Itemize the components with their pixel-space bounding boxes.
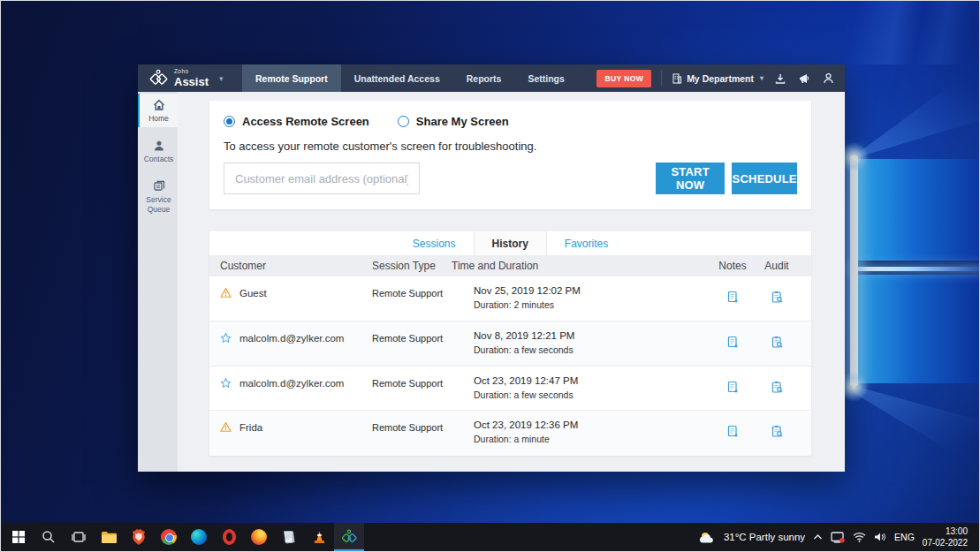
opera-browser-button[interactable] (214, 523, 244, 551)
clock-date: 07-02-2022 (923, 537, 968, 549)
nav-tab-reports[interactable]: Reports (453, 64, 515, 92)
start-button[interactable] (4, 523, 34, 551)
session-type: Remote Support (372, 321, 452, 366)
column-audit: Audit (757, 260, 796, 272)
sidebar-item-label: Service Queue (141, 195, 177, 213)
wifi-icon[interactable] (853, 532, 866, 542)
audit-icon[interactable] (771, 381, 784, 394)
chrome-icon (161, 529, 177, 545)
file-explorer-button[interactable] (94, 523, 124, 551)
brave-browser-button[interactable] (124, 523, 154, 551)
start-now-button[interactable]: START NOW (656, 163, 725, 194)
file-explorer-icon (101, 530, 118, 544)
session-type: Remote Support (372, 367, 452, 411)
notes-icon[interactable] (726, 336, 740, 349)
warning-icon (220, 421, 232, 433)
firefox-icon (251, 529, 267, 545)
radio-share-my-screen[interactable]: Share My Screen (398, 115, 509, 128)
tab-sessions[interactable]: Sessions (395, 231, 474, 255)
audit-icon[interactable] (771, 336, 784, 349)
zoho-assist-taskbar-button[interactable] (334, 523, 364, 551)
vlc-player-button[interactable] (304, 523, 334, 551)
customer-email-input[interactable] (224, 163, 420, 194)
column-session-type: Session Type (372, 260, 452, 272)
brand[interactable]: Zoho Assist ▾ (138, 64, 242, 92)
service-queue-icon (153, 180, 165, 193)
language-indicator[interactable]: ENG (894, 532, 915, 542)
sidebar-item-service-queue[interactable]: Service Queue (138, 175, 178, 217)
nav-tab-unattended-access[interactable]: Unattended Access (341, 64, 453, 92)
notepad-button[interactable] (274, 523, 304, 551)
notes-icon[interactable] (726, 291, 740, 304)
system-tray: 31°C Partly sunny ENG 13:00 07-02-2022 (699, 526, 976, 549)
taskbar-clock[interactable]: 13:00 07-02-2022 (923, 526, 968, 549)
brand-assist: Assist (174, 76, 209, 87)
wallpaper-divider-gap (858, 271, 980, 275)
tab-favorites[interactable]: Favorites (547, 231, 626, 255)
wallpaper-light-streaks (823, 1, 980, 64)
tab-history[interactable]: History (474, 231, 547, 255)
notes-icon[interactable] (726, 381, 740, 394)
table-row[interactable]: Guest Remote Support Nov 25, 2019 12:02 … (209, 276, 811, 321)
column-time-duration: Time and Duration (452, 260, 708, 272)
radio-access-remote-screen[interactable]: Access Remote Screen (224, 115, 369, 128)
wallpaper-window-frame (850, 155, 858, 386)
brave-icon (132, 529, 146, 545)
download-icon[interactable] (773, 72, 787, 86)
home-icon (153, 99, 165, 111)
windows-start-icon (11, 530, 26, 544)
radio-selected-icon[interactable] (224, 116, 235, 127)
session-mode-radios: Access Remote Screen Share My Screen (224, 115, 797, 128)
audit-icon[interactable] (771, 425, 784, 438)
nav-tab-settings[interactable]: Settings (514, 64, 577, 92)
session-description: To access your remote customer's screen … (224, 140, 797, 153)
department-selector[interactable]: My Department ▾ (672, 73, 763, 84)
weather-icon[interactable] (699, 531, 716, 544)
table-row[interactable]: malcolm.d@zylker.com Remote Support Nov … (209, 321, 811, 367)
megaphone-icon[interactable] (797, 72, 811, 86)
schedule-button[interactable]: SCHEDULE (732, 163, 797, 194)
chevron-down-icon[interactable]: ▾ (219, 74, 224, 83)
app-navbar: Zoho Assist ▾ Remote Support Unattended … (138, 64, 845, 92)
notes-icon[interactable] (726, 425, 740, 438)
sidebar-item-contacts[interactable]: Contacts (138, 134, 178, 168)
screen-cast-notification-icon[interactable] (831, 532, 845, 543)
weather-status[interactable]: 31°C Partly sunny (724, 532, 805, 542)
session-duration: Duration: 2 minutes (474, 299, 708, 310)
nav-tab-remote-support[interactable]: Remote Support (242, 64, 341, 92)
session-type: Remote Support (372, 276, 452, 321)
audit-icon[interactable] (771, 291, 784, 304)
buy-now-button[interactable]: BUY NOW (596, 70, 651, 87)
tray-overflow-chevron-icon[interactable] (813, 533, 823, 541)
opera-icon (223, 529, 236, 545)
desktop: Zoho Assist ▾ Remote Support Unattended … (0, 0, 980, 552)
zoho-assist-icon (341, 529, 358, 545)
table-row[interactable]: Frida Remote Support Oct 23, 2019 12:36 … (209, 411, 811, 456)
department-label: My Department (687, 73, 754, 84)
volume-icon[interactable] (874, 532, 886, 542)
notepad-icon (282, 530, 296, 545)
session-time: Nov 25, 2019 12:02 PM (474, 285, 708, 296)
radio-label: Access Remote Screen (242, 115, 369, 128)
table-row[interactable]: malcolm.d@zylker.com Remote Support Oct … (209, 367, 811, 412)
warning-icon (220, 287, 232, 299)
brand-zoho: Zoho (174, 69, 209, 75)
taskbar-search-button[interactable] (34, 523, 64, 551)
user-icon[interactable] (821, 72, 835, 86)
chevron-down-icon: ▾ (760, 74, 763, 82)
radio-unselected-icon[interactable] (398, 116, 409, 127)
session-time: Oct 23, 2019 12:36 PM (474, 420, 708, 430)
contacts-icon (153, 140, 165, 152)
divider (661, 71, 662, 87)
chrome-browser-button[interactable] (154, 523, 184, 551)
edge-browser-button[interactable] (184, 523, 214, 551)
sidebar-item-home[interactable]: Home (138, 94, 178, 127)
customer-name: Frida (239, 422, 262, 433)
firefox-browser-button[interactable] (244, 523, 274, 551)
session-duration: Duration: a few seconds (474, 344, 708, 355)
edge-icon (191, 529, 207, 545)
favorite-star-icon (220, 377, 232, 389)
wallpaper-divider-gap (858, 261, 980, 267)
sidebar: Home Contacts Service Queue (138, 92, 178, 472)
task-view-button[interactable] (64, 523, 94, 551)
